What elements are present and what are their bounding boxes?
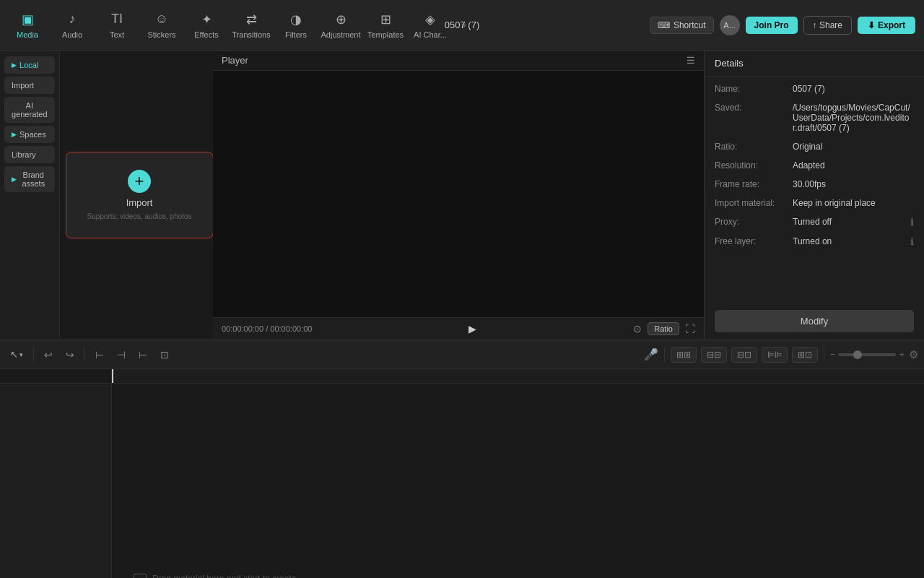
- track-btn-1[interactable]: ⊞⊞: [671, 347, 697, 363]
- sidebar-item-library[interactable]: Library: [4, 146, 55, 163]
- detail-row: Resolution: Adapted: [715, 160, 914, 171]
- proxy-info-icon[interactable]: ℹ: [910, 217, 914, 228]
- detail-row: Saved: /Users/topgus/Movies/CapCut/UserD…: [715, 103, 914, 133]
- free-layer-row: Free layer: Turned on ℹ: [715, 236, 914, 247]
- toolbar-item-label-audio: Audio: [62, 30, 82, 39]
- timeline-ruler: ▭ Drag material here and start to create: [112, 369, 924, 578]
- export-icon: ⬇: [868, 20, 875, 30]
- split-button[interactable]: ⊢: [91, 346, 108, 363]
- bottom-section: ↖ ▾ ↩ ↪ ⊢ ⊣ ⊢ ⊡ 🎤 ⊞⊞ ⊟⊟ ⊟⊡ ⊫⊫ ⊞⊡ − + ⚙: [0, 340, 924, 578]
- track-btn-3[interactable]: ⊟⊡: [731, 347, 757, 363]
- player-controls: 00:00:00:00 / 00:00:00:00 ▶ ⊙ Ratio ⛶: [213, 317, 704, 340]
- aichar-icon: ◈: [422, 12, 438, 27]
- free-layer-label: Free layer:: [715, 236, 787, 246]
- toolbar-item-label-media: Media: [17, 30, 38, 39]
- detail-value: Original: [793, 142, 914, 152]
- toolbar-item-text[interactable]: TI Text: [95, 4, 139, 47]
- time-total: 00:00:00:00: [270, 324, 312, 333]
- time-current: 00:00:00:00: [222, 324, 263, 333]
- shortcut-button[interactable]: ⌨ Shortcut: [650, 17, 714, 34]
- detail-label: Import material:: [715, 198, 787, 208]
- toolbar-item-audio[interactable]: ♪ Audio: [51, 4, 94, 47]
- transitions-icon: ⇄: [243, 12, 259, 27]
- trim-left-button[interactable]: ⊣: [113, 346, 130, 363]
- left-sidebar: ▶ LocalImportAI generated▶ SpacesLibrary…: [0, 51, 60, 340]
- toolbar-item-label-adjustment: Adjustment: [321, 30, 360, 39]
- details-title: Details: [705, 51, 924, 77]
- crop-button[interactable]: ⊡: [156, 346, 173, 363]
- mic-icon[interactable]: 🎤: [644, 348, 658, 361]
- detail-label: Ratio:: [715, 142, 787, 152]
- export-button[interactable]: ⬇ Export: [858, 17, 915, 34]
- track-btn-5[interactable]: ⊞⊡: [792, 347, 818, 363]
- keyboard-icon: ⌨: [658, 20, 670, 30]
- detail-row: Ratio: Original: [715, 142, 914, 152]
- track-btn-4[interactable]: ⊫⊫: [762, 347, 788, 363]
- dropdown-arrow-icon: ▾: [19, 351, 23, 358]
- effects-icon: ✦: [199, 12, 214, 27]
- toolbar-separator-1: [33, 348, 34, 362]
- zoom-slider-container: − +: [830, 349, 905, 360]
- share-icon: ↑: [813, 20, 817, 30]
- toolbar-item-adjustment[interactable]: ⊕ Adjustment: [319, 4, 362, 47]
- detail-value: Keep in original place: [793, 198, 914, 208]
- toolbar-item-templates[interactable]: ⊞ Templates: [364, 4, 407, 47]
- center-panel: Player ☰ 00:00:00:00 / 00:00:00:00 ▶ ⊙ R…: [213, 51, 704, 340]
- audio-icon: ♪: [64, 12, 80, 27]
- toolbar-separator-4: [824, 348, 824, 362]
- media-icon: ▣: [19, 12, 35, 27]
- adjustment-icon: ⊕: [333, 12, 349, 27]
- toolbar-item-label-effects: Effects: [194, 30, 218, 39]
- timeline-toolbar: ↖ ▾ ↩ ↪ ⊢ ⊣ ⊢ ⊡ 🎤 ⊞⊞ ⊟⊟ ⊟⊡ ⊫⊫ ⊞⊡ − + ⚙: [0, 340, 924, 369]
- toolbar-item-effects[interactable]: ✦ Effects: [185, 4, 228, 47]
- track-btn-2[interactable]: ⊟⊟: [701, 347, 727, 363]
- zoom-in-icon: +: [899, 349, 905, 360]
- redo-button[interactable]: ↪: [61, 346, 79, 363]
- import-box[interactable]: + Import Supports: videos, audios, photo…: [66, 152, 214, 238]
- zoom-fit-icon[interactable]: ⊙: [633, 323, 642, 335]
- free-layer-info-icon[interactable]: ℹ: [910, 236, 914, 247]
- toolbar-item-stickers[interactable]: ☺ Stickers: [140, 4, 183, 47]
- toolbar-item-media[interactable]: ▣ Media: [6, 4, 49, 47]
- timeline-area: ▭ Drag material here and start to create: [0, 369, 924, 578]
- trim-right-button[interactable]: ⊢: [134, 346, 152, 363]
- undo-button[interactable]: ↩: [40, 346, 57, 363]
- sidebar-item-spaces[interactable]: ▶ Spaces: [4, 126, 55, 143]
- sidebar-item-import[interactable]: Import: [4, 77, 55, 94]
- toolbar-item-label-templates: Templates: [367, 30, 404, 39]
- settings-icon[interactable]: ⚙: [909, 348, 918, 361]
- toolbar-item-transitions[interactable]: ⇄ Transitions: [230, 4, 273, 47]
- modify-button[interactable]: Modify: [715, 310, 914, 332]
- sidebar-item-brand_assets[interactable]: ▶ Brand assets: [4, 166, 55, 192]
- zoom-slider[interactable]: [838, 353, 896, 356]
- ratio-button[interactable]: Ratio: [648, 322, 679, 335]
- play-button[interactable]: ▶: [468, 323, 476, 335]
- toolbar-item-filters[interactable]: ◑ Filters: [274, 4, 318, 47]
- user-avatar[interactable]: A...: [720, 15, 740, 35]
- fullscreen-icon[interactable]: ⛶: [685, 323, 695, 335]
- import-label: Import: [126, 197, 153, 208]
- detail-row: Import material: Keep in original place: [715, 198, 914, 208]
- join-pro-button[interactable]: Join Pro: [746, 17, 798, 34]
- import-support-text: Supports: videos, audios, photos: [87, 212, 192, 220]
- share-button[interactable]: ↑ Share: [803, 16, 852, 35]
- sidebar-item-local[interactable]: ▶ Local: [4, 56, 55, 74]
- timeline-toolbar-right: 🎤 ⊞⊞ ⊟⊟ ⊟⊡ ⊫⊫ ⊞⊡ − + ⚙: [644, 347, 918, 363]
- collapse-icon: ▶: [12, 131, 17, 138]
- text-icon: TI: [109, 12, 125, 27]
- proxy-row: Proxy: Turned off ℹ: [715, 217, 914, 228]
- select-tool-button[interactable]: ↖ ▾: [6, 346, 27, 363]
- right-panel: Details Name: 0507 (7) Saved: /Users/top…: [704, 51, 924, 340]
- sidebar-item-ai_generated[interactable]: AI generated: [4, 97, 55, 123]
- detail-label: Resolution:: [715, 160, 787, 171]
- detail-label: Saved:: [715, 103, 787, 113]
- share-label: Share: [819, 20, 842, 30]
- proxy-value: Turned off: [793, 217, 905, 227]
- player-menu-icon[interactable]: ☰: [687, 55, 695, 66]
- proxy-label: Proxy:: [715, 217, 787, 227]
- timeline-playhead: [112, 369, 113, 383]
- toolbar-item-label-text: Text: [110, 30, 124, 39]
- cursor-icon: ↖: [10, 349, 18, 360]
- detail-row: Name: 0507 (7): [715, 84, 914, 94]
- toolbar-item-label-filters: Filters: [285, 30, 307, 39]
